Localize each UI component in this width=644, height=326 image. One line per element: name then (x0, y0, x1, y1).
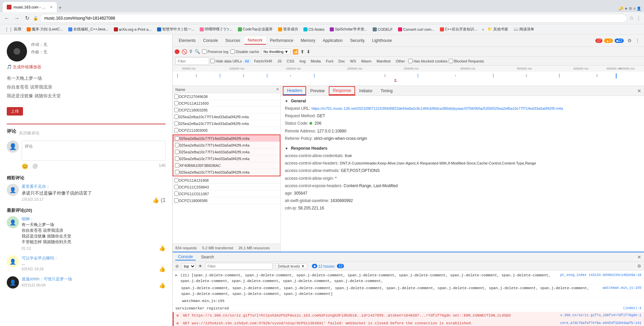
req-row-2[interactable]: OCPZ118003285 (173, 107, 280, 114)
bookmark-spischolar[interactable]: SpiScholar学术资... (328, 26, 369, 32)
comment1-like-icon[interactable]: 👍 (159, 245, 166, 251)
forward-button[interactable]: → (13, 14, 21, 22)
console-eye-icon[interactable]: 👁 (198, 264, 202, 269)
more-bookmarks[interactable]: » (482, 27, 484, 31)
req-checkbox-15[interactable] (174, 198, 179, 203)
devtools-settings-button[interactable]: ⚙ (626, 37, 633, 44)
detail-tab-timing[interactable]: Timing (377, 87, 396, 95)
address-bar[interactable] (40, 14, 627, 23)
generate-link[interactable]: 🎵 生成外链播放器 (7, 64, 166, 70)
bookmark-reading-list[interactable]: 📖 阅读清单 (512, 26, 536, 32)
tab-sources[interactable]: Sources (222, 37, 244, 44)
bookmark-coding[interactable]: 在线编程_C++Java... (66, 26, 110, 32)
req-checkbox-11[interactable] (175, 170, 179, 174)
tab-network[interactable]: Network (244, 36, 266, 45)
console-clear-icon[interactable]: ⊘ (175, 264, 179, 269)
import-icon[interactable]: ⬆ (300, 49, 304, 54)
req-row-8[interactable]: 025ea2efba10c77f714ed33a5a0f42f9.m4a (173, 149, 280, 155)
bookmark-codetop[interactable]: CodeTop企业题库 (236, 26, 275, 32)
type-doc[interactable]: Doc (336, 59, 347, 64)
req-row-14[interactable]: OCPG11C011087 (173, 191, 280, 197)
blocked-requests-filter[interactable]: Blocked Requests (449, 59, 484, 63)
online-icon[interactable]: 📶 (293, 49, 298, 54)
req-row-13[interactable]: OCPG11C259843 (173, 184, 280, 191)
comment2-like-icon[interactable]: 👍 (159, 266, 166, 272)
console-close-button[interactable]: ✕ (637, 254, 641, 260)
console-level-button[interactable]: Default levels ▼ (275, 264, 307, 269)
response-headers-triangle[interactable] (285, 146, 288, 151)
search-icon[interactable]: 🔍 (195, 49, 200, 54)
req-row-0[interactable]: OCPZ127049638 (173, 93, 280, 100)
req-checkbox-2[interactable] (174, 108, 179, 112)
new-tab-button[interactable]: + (57, 3, 64, 12)
type-css[interactable]: CSS (285, 59, 297, 64)
comment1-author[interactable]: 细柳： (22, 216, 166, 222)
tab-console[interactable]: Console (200, 37, 221, 44)
req-row-4[interactable]: 025ea2efba10c77f714ed33a5a0f42f9.m4a (173, 120, 280, 127)
req-row-11[interactable]: 025ea2efba10c77f714ed33a5a0f42f9.m4a (173, 169, 280, 176)
close-request-list-button[interactable]: ✕ (276, 87, 279, 92)
type-all[interactable]: All (243, 59, 251, 64)
req-checkbox-4[interactable] (174, 121, 179, 126)
type-other[interactable]: Other (394, 59, 407, 64)
req-row-15[interactable]: OCPZ118008385 (173, 197, 280, 204)
back-button[interactable]: ← (3, 14, 11, 22)
tab-memory[interactable]: Memory (297, 37, 319, 44)
req-checkbox-9[interactable] (175, 156, 179, 161)
detail-tab-response[interactable]: Response (329, 87, 354, 95)
type-ws[interactable]: WS (348, 59, 358, 64)
bookmark-cpp[interactable]: C++后台开发知识... (438, 26, 479, 32)
devtools-more-button[interactable]: ⋮ (634, 37, 641, 44)
expand-icon-0[interactable]: ▶ (175, 273, 178, 284)
filter-input[interactable] (175, 57, 209, 65)
tab-application[interactable]: Application (319, 37, 346, 44)
req-row-3[interactable]: 025ea2efba10c77f714ed33a5a0f42f9.m4a (173, 114, 280, 120)
req-checkbox-0[interactable] (174, 94, 179, 99)
type-js[interactable]: JS (275, 59, 284, 64)
bookmark-arxiv[interactable]: arXiv.org e-Print a... (112, 27, 154, 32)
throttling-dropdown[interactable]: No throttling ▼ (261, 49, 291, 55)
clear-button[interactable]: 🚫 (181, 49, 187, 54)
console-source-5[interactable]: core_a7dc7bafaf7e7ba.e0454f32844aafb:141 (560, 321, 641, 326)
req-row-12[interactable]: OCPG11A131908 (173, 177, 280, 184)
tab-security[interactable]: Security (347, 37, 368, 44)
detail-tab-initiator[interactable]: Initiator (356, 87, 376, 95)
req-checkbox-8[interactable] (175, 150, 179, 154)
type-wasm[interactable]: Wasm (359, 59, 374, 64)
featured-author[interactable]: 雾里看不见你： (22, 184, 166, 190)
bookmark-login[interactable]: 登录成功 (276, 26, 300, 32)
console-tab-console[interactable]: Console (175, 254, 196, 260)
req-checkbox-3[interactable] (174, 115, 179, 119)
type-fetch-xhr[interactable]: Fetch/XHR (252, 59, 274, 64)
req-checkbox-13[interactable] (174, 185, 179, 189)
bookmark-codelf[interactable]: CODELF (371, 27, 395, 32)
detail-tab-preview[interactable]: Preview (307, 87, 328, 95)
at-icon[interactable]: @ (32, 163, 38, 170)
close-tab-icon[interactable]: ✕ (50, 5, 53, 9)
req-checkbox-10[interactable] (175, 163, 179, 168)
bookmark-bilibili[interactable]: 哔哩哔哩 ('·')つ... (198, 26, 234, 32)
record-button[interactable] (175, 49, 179, 54)
type-font[interactable]: Font (324, 59, 335, 64)
menu-icon[interactable]: ⋮ (636, 15, 641, 21)
req-checkbox-1[interactable] (174, 101, 179, 105)
bookmark-leetcode[interactable]: 魔库·力扣 (LeetC... (25, 26, 65, 32)
console-source-3[interactable]: (index):3 (623, 306, 641, 311)
export-icon[interactable]: ⬇ (306, 49, 311, 54)
comment3-like-icon[interactable]: 👍 (159, 282, 166, 289)
req-row-7[interactable]: 025ea2efba10c77f714ed33a5a0f42f9.m4a (173, 142, 280, 149)
request-url-value[interactable]: https://m701.music.126.net/2021090712153… (312, 106, 563, 110)
req-checkbox-6[interactable] (175, 136, 179, 141)
bookmark-star-icon[interactable]: ☆ (629, 15, 634, 21)
console-settings-button[interactable]: ⚙ (637, 264, 641, 269)
console-context-select[interactable]: top (181, 263, 196, 269)
blocked-cookies-filter[interactable]: Has blocked cookies (408, 59, 448, 63)
req-checkbox-14[interactable] (174, 192, 179, 196)
general-triangle[interactable] (285, 99, 288, 103)
req-checkbox-12[interactable] (174, 178, 179, 182)
tab-performance[interactable]: Performance (267, 37, 297, 44)
req-row-9[interactable]: 025ea2efba10c77f714ed33a5a0f42f9.m4a (173, 155, 280, 162)
console-source-1[interactable]: watchman.min,js:155 (603, 285, 641, 297)
preserve-log-checkbox[interactable]: Preserve log (202, 49, 228, 54)
share-button[interactable]: 上传 (7, 107, 23, 116)
